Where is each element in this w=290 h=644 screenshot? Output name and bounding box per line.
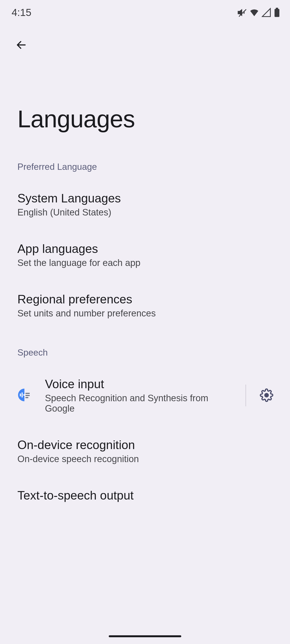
item-regional-preferences[interactable]: Regional preferences Set units and numbe… <box>0 280 290 331</box>
svg-rect-2 <box>276 8 278 9</box>
svg-rect-5 <box>22 392 23 397</box>
voice-input-icon <box>16 386 33 404</box>
gear-icon <box>260 388 273 403</box>
item-tts-output[interactable]: Text-to-speech output <box>0 476 290 516</box>
page-title: Languages <box>0 54 290 152</box>
section-header-preferred: Preferred Language <box>0 152 290 179</box>
status-icons <box>237 8 280 18</box>
gesture-bar <box>109 635 181 637</box>
item-subtitle: English (United States) <box>18 207 272 218</box>
svg-rect-8 <box>25 395 30 396</box>
item-title: On-device recognition <box>18 438 272 452</box>
svg-rect-1 <box>274 9 279 17</box>
svg-rect-6 <box>24 394 25 396</box>
arrow-left-icon <box>16 48 27 52</box>
section-header-speech: Speech <box>0 331 290 365</box>
wifi-icon <box>249 8 259 18</box>
svg-rect-7 <box>25 393 30 394</box>
item-title: Text-to-speech output <box>18 488 272 502</box>
item-voice-input[interactable]: Voice input Speech Recognition and Synth… <box>0 365 290 426</box>
item-app-languages[interactable]: App languages Set the language for each … <box>0 230 290 280</box>
status-bar: 4:15 <box>0 0 290 24</box>
mute-icon <box>237 8 247 18</box>
voice-divider <box>245 384 246 406</box>
voice-input-settings-button[interactable] <box>256 388 277 403</box>
item-subtitle: Set units and number preferences <box>18 308 272 318</box>
back-button[interactable] <box>13 36 30 54</box>
svg-point-10 <box>265 394 268 397</box>
item-title: Regional preferences <box>18 292 272 306</box>
svg-rect-4 <box>20 394 21 396</box>
battery-icon <box>273 8 280 18</box>
svg-rect-9 <box>25 397 28 398</box>
signal-icon <box>261 8 271 18</box>
item-title: System Languages <box>18 191 272 205</box>
item-title: Voice input <box>45 377 236 391</box>
item-subtitle: Set the language for each app <box>18 258 272 268</box>
item-subtitle: Speech Recognition and Synthesis from Go… <box>45 393 236 414</box>
item-system-languages[interactable]: System Languages English (United States) <box>0 179 290 230</box>
item-title: App languages <box>18 242 272 256</box>
item-on-device-recognition[interactable]: On-device recognition On-device speech r… <box>0 426 290 476</box>
item-subtitle: On-device speech recognition <box>18 454 272 464</box>
status-time: 4:15 <box>12 7 32 18</box>
